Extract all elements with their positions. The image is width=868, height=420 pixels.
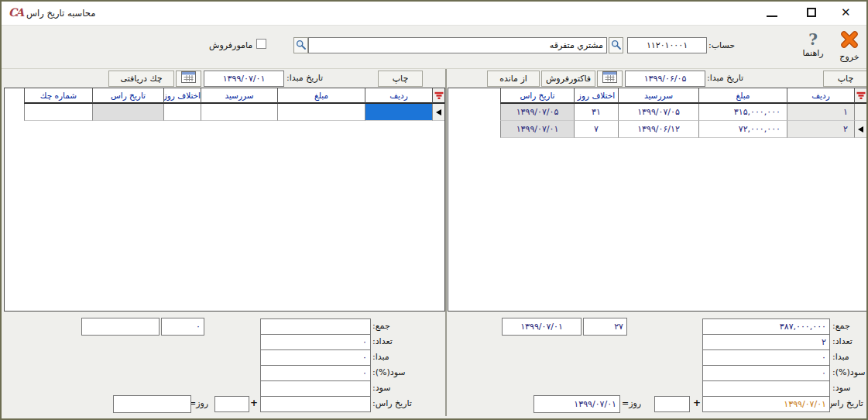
grid-cell-ras[interactable]: ۱۳۹۹/۰۷/۰۱ bbox=[500, 121, 574, 138]
maximize-icon[interactable] bbox=[807, 8, 816, 17]
right-col-header-due: سررسید bbox=[618, 88, 698, 104]
current-row-indicator-cell bbox=[432, 104, 444, 121]
panels-top-divider bbox=[2, 68, 866, 69]
minimize-icon[interactable] bbox=[767, 15, 777, 17]
left-origin-date-input[interactable]: ۱۳۹۹/۰۷/۰۱ bbox=[204, 71, 284, 87]
left-grid-header-filler bbox=[5, 88, 24, 104]
left-ras-label: تاریخ راس: bbox=[372, 398, 412, 408]
account-search-button[interactable] bbox=[609, 37, 623, 53]
left-sum-label: جمع: bbox=[372, 321, 390, 331]
right-days-add-input[interactable] bbox=[654, 396, 690, 412]
help-button[interactable]: ? راهنما bbox=[796, 31, 830, 58]
app-window: CA محاسبه تاریخ راس خروج ? راهنما حساب: … bbox=[0, 0, 868, 420]
right-rooz-label: روز= bbox=[622, 398, 641, 408]
right-grid-header-row: ردیف مبلغ سررسید اختلاف روز تاریخ راس bbox=[448, 88, 866, 104]
left-profit-label: سود: bbox=[372, 383, 391, 393]
left-print-button[interactable]: چاپ bbox=[378, 71, 423, 87]
right-profit-field[interactable] bbox=[702, 380, 830, 397]
left-profit-pct-field[interactable]: ۰ bbox=[260, 365, 371, 381]
right-grid-header-filler bbox=[448, 88, 500, 104]
right-avg-days-box[interactable]: ۲۷ bbox=[583, 318, 627, 336]
grid-cell-index[interactable]: ۲ bbox=[787, 121, 854, 138]
table-row bbox=[5, 104, 444, 121]
grid-cell-due[interactable] bbox=[201, 104, 277, 121]
right-ras-date-field[interactable]: ۱۳۹۹/۰۷/۰۱ bbox=[702, 396, 830, 412]
left-calendar-button[interactable] bbox=[176, 71, 201, 87]
right-profit-label: سود: bbox=[832, 383, 851, 393]
left-sum-field[interactable] bbox=[260, 318, 371, 335]
search-icon bbox=[611, 38, 621, 53]
right-count-label: تعداد: bbox=[832, 336, 853, 346]
left-origin-label: مبدا: bbox=[372, 352, 389, 362]
right-origin-date-input[interactable]: ۱۳۹۹/۰۶/۰۵ bbox=[625, 71, 705, 87]
right-col-header-daydiff: اختلاف روز bbox=[574, 88, 618, 104]
close-icon[interactable] bbox=[841, 6, 851, 19]
left-avg-days-box[interactable]: ۰ bbox=[161, 318, 204, 336]
left-origin-field[interactable]: ۰ bbox=[260, 349, 371, 366]
app-logo-icon: CA bbox=[9, 6, 22, 19]
left-ras-date-field[interactable] bbox=[260, 396, 371, 412]
left-profit-field[interactable] bbox=[260, 380, 371, 397]
customer-name-input[interactable]: مشتري متفرقه bbox=[308, 37, 607, 53]
grid-cell-index-selected[interactable] bbox=[365, 104, 432, 121]
table-row: ۲ ۷۲,۰۰۰,۰۰۰ ۱۳۹۹/۰۶/۱۲ ۷ ۱۳۹۹/۰۷/۰۱ bbox=[448, 121, 866, 138]
left-count-field[interactable]: ۰ bbox=[260, 334, 371, 350]
left-count-label: تعداد: bbox=[372, 336, 393, 346]
right-print-button[interactable]: چاپ bbox=[823, 71, 868, 87]
right-count-field[interactable]: ۲ bbox=[702, 334, 830, 350]
search-icon bbox=[296, 38, 306, 53]
title-bar: CA محاسبه تاریخ راس bbox=[2, 2, 866, 26]
calendar-icon bbox=[181, 71, 196, 86]
grid-cell-index[interactable]: ۱ bbox=[787, 104, 854, 121]
right-result-date-box[interactable]: ۱۳۹۹/۰۷/۰۱ bbox=[533, 395, 620, 413]
left-col-header-ras: تاریخ راس bbox=[92, 88, 163, 104]
filter-icon[interactable] bbox=[432, 88, 444, 104]
left-grid-header-row: ردیف مبلغ سررسید اختلاف روز تاریخ راس شم… bbox=[5, 88, 444, 104]
plus-sign: + bbox=[693, 398, 701, 408]
account-input[interactable]: ۱۱۲۰۱۰۰۰۱ bbox=[627, 37, 707, 53]
sales-agent-checkbox[interactable] bbox=[256, 39, 266, 49]
current-row-triangle-icon bbox=[858, 126, 863, 133]
right-grid: ردیف مبلغ سررسید اختلاف روز تاریخ راس ۱ … bbox=[448, 88, 867, 312]
left-profit-pct-label: سود(%): bbox=[372, 367, 406, 377]
left-rooz-label: روز= bbox=[189, 398, 208, 408]
grid-cell-amount[interactable] bbox=[277, 104, 365, 121]
sales-agent-label: مامورفروش bbox=[209, 40, 252, 50]
grid-cell-daydiff[interactable]: ۷ bbox=[574, 121, 618, 138]
exit-icon bbox=[839, 31, 859, 52]
left-result-date-box[interactable] bbox=[113, 395, 191, 413]
grid-cell-amount[interactable]: ۳۱۵,۰۰۰,۰۰۰ bbox=[698, 104, 787, 121]
current-row-indicator-cell bbox=[854, 121, 866, 138]
right-origin-date-label: تاریخ مبدا: bbox=[707, 73, 743, 83]
customer-search-button[interactable] bbox=[293, 37, 308, 53]
grid-cell-daydiff[interactable] bbox=[163, 104, 201, 121]
grid-cell-checkno[interactable] bbox=[24, 104, 92, 121]
right-profit-pct-field[interactable]: ۰ bbox=[702, 365, 830, 381]
left-avg-date-box[interactable] bbox=[81, 318, 160, 336]
grid-cell-ras[interactable] bbox=[92, 104, 163, 121]
grid-cell-ras[interactable]: ۱۳۹۹/۰۷/۰۵ bbox=[500, 104, 574, 121]
right-avg-date-box[interactable]: ۱۳۹۹/۰۷/۰۱ bbox=[502, 318, 582, 336]
from-balance-button[interactable]: از مانده bbox=[487, 71, 540, 87]
grid-cell-due[interactable]: ۱۳۹۹/۰۶/۱۲ bbox=[618, 121, 698, 138]
exit-button[interactable]: خروج bbox=[830, 31, 868, 62]
left-col-header-due: سررسید bbox=[201, 88, 277, 104]
right-sum-field[interactable]: ۳۸۷,۰۰۰,۰۰۰ bbox=[702, 318, 830, 335]
right-col-header-ras: تاریخ راس bbox=[500, 88, 574, 104]
current-row-triangle-icon bbox=[436, 109, 441, 115]
row-indicator-cell bbox=[854, 104, 866, 121]
grid-cell-due[interactable]: ۱۳۹۹/۰۷/۰۵ bbox=[618, 104, 698, 121]
help-label: راهنما bbox=[802, 48, 823, 58]
received-check-button[interactable]: چك دریافتی bbox=[108, 71, 174, 87]
right-origin-field[interactable]: ۰ bbox=[702, 349, 830, 366]
grid-cell-amount[interactable]: ۷۲,۰۰۰,۰۰۰ bbox=[698, 121, 787, 138]
left-col-header-checkno: شماره چك bbox=[24, 88, 92, 104]
sales-invoice-button[interactable]: فاکتورفروش bbox=[541, 71, 595, 87]
left-col-header-daydiff: اختلاف روز bbox=[163, 88, 201, 104]
left-days-add-input[interactable] bbox=[214, 396, 249, 412]
filter-icon[interactable] bbox=[854, 88, 866, 104]
right-calendar-button[interactable] bbox=[597, 71, 623, 87]
grid-cell-daydiff[interactable]: ۳۱ bbox=[574, 104, 618, 121]
left-grid: ردیف مبلغ سررسید اختلاف روز تاریخ راس شم… bbox=[4, 88, 445, 312]
calendar-icon bbox=[602, 71, 617, 86]
